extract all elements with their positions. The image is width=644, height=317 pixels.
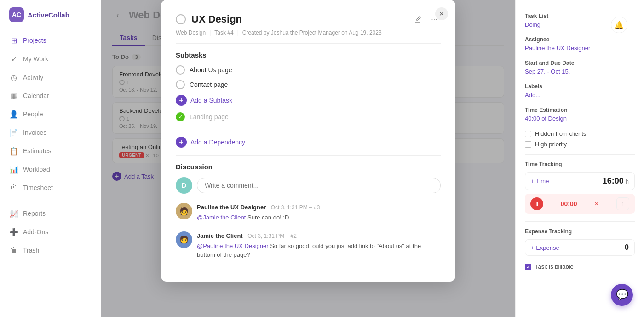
time-tracking-label: Time Tracking xyxy=(525,161,635,167)
sidebar-item-estimates[interactable]: 📋 Estimates xyxy=(0,142,101,160)
timer-clear-button[interactable]: ✕ xyxy=(594,201,599,207)
section-divider xyxy=(176,129,441,129)
breadcrumb-project: Web Design xyxy=(176,29,206,36)
labels-label: Labels xyxy=(525,83,635,90)
discussion-section: Discussion D 🧑 Pauline the UX Designer O… xyxy=(176,163,441,259)
commenter-3-avatar: 🧑 xyxy=(176,203,192,219)
task-status-circle[interactable] xyxy=(176,14,186,24)
panel-divider xyxy=(525,154,635,155)
sidebar-item-timesheet[interactable]: ⏱ Timesheet xyxy=(0,179,101,197)
time-hours-value: 16:00 xyxy=(603,176,624,185)
date-label: Start and Due Date xyxy=(525,60,635,66)
add-dependency-button[interactable]: + Add a Dependency xyxy=(176,137,441,148)
trash-icon: 🗑 xyxy=(9,246,18,255)
time-hours-display: 16:00 h xyxy=(603,176,629,186)
expense-section: Expense Tracking + Expense 0 xyxy=(525,228,635,256)
upload-button[interactable]: ↑ xyxy=(616,197,629,210)
timer-display: 00:00 xyxy=(561,200,577,207)
pause-button[interactable]: ⏸ xyxy=(530,197,543,210)
main-area: ‹ Web Des... Tasks Discussions A... To D… xyxy=(101,0,515,317)
assignee-label: Assignee xyxy=(525,36,635,43)
modal-title-row: UX Design ··· xyxy=(176,13,441,26)
comment-3-time: Oct 3, 1:31 PM – #3 xyxy=(271,204,320,211)
time-estimation-label: Time Estimation xyxy=(525,107,635,113)
sidebar-item-reports[interactable]: 📈 Reports xyxy=(0,204,101,223)
priority-label: High priority xyxy=(535,141,567,148)
sidebar-label-calendar: Calendar xyxy=(23,92,49,99)
comment-2: 🧑 Jamie the Client Oct 3, 1:31 PM – #2 @… xyxy=(176,231,441,259)
sidebar-item-workload[interactable]: 📊 Workload xyxy=(0,160,101,179)
sidebar-label-projects: Projects xyxy=(23,37,46,44)
commenter-2-avatar: 🧑 xyxy=(176,231,192,248)
comment-3-body: Pauline the UX Designer Oct 3, 1:31 PM –… xyxy=(197,203,441,222)
labels-value[interactable]: Add... xyxy=(525,92,635,98)
notification-bell-button[interactable]: 🔔 xyxy=(611,17,627,33)
estimates-icon: 📋 xyxy=(9,146,18,156)
add-subtask-button[interactable]: + Add a Subtask xyxy=(176,95,441,106)
hidden-checkbox[interactable] xyxy=(525,131,531,137)
sidebar-item-people[interactable]: 👤 People xyxy=(0,105,101,123)
add-time-button[interactable]: + Time xyxy=(531,178,549,184)
high-priority-row: High priority xyxy=(525,141,635,148)
sidebar-label-trash: Trash xyxy=(23,247,39,254)
modal-close-button[interactable]: ✕ xyxy=(435,7,448,20)
comment-3-text: @Jamie the Client Sure can do! :D xyxy=(197,213,441,222)
subtask-1-label: About Us page xyxy=(190,66,232,74)
add-ons-icon: ➕ xyxy=(9,227,18,236)
comment-2-mention: @Pauline the UX Designer xyxy=(197,242,269,249)
subtasks-section-title: Subtasks xyxy=(176,51,441,59)
sidebar-label-activity: Activity xyxy=(23,74,43,81)
comment-2-author: Jamie the Client xyxy=(197,232,243,239)
sidebar-item-add-ons[interactable]: ➕ Add-Ons xyxy=(0,223,101,241)
add-dependency-icon: + xyxy=(176,137,187,148)
comment-input[interactable] xyxy=(197,178,441,193)
subtask-2-circle[interactable] xyxy=(176,80,185,89)
assignee-value[interactable]: Pauline the UX Designer xyxy=(525,45,635,52)
panel-divider-2 xyxy=(525,221,635,222)
timer-row: ⏸ 00:00 ✕ ↑ xyxy=(525,194,635,214)
modal-overlay: ✕ UX Design ··· Web Design | Tas xyxy=(101,0,515,317)
modal-meta: Web Design | Task #4 | Created by Joshua… xyxy=(176,29,441,44)
sidebar-item-calendar[interactable]: ▦ Calendar xyxy=(0,86,101,105)
subtask-1-circle[interactable] xyxy=(176,65,185,75)
sidebar-item-trash[interactable]: 🗑 Trash xyxy=(0,241,101,259)
sidebar-label-people: People xyxy=(23,110,43,118)
comment-3-body-text: Sure can do! :D xyxy=(247,214,289,221)
priority-checkbox[interactable] xyxy=(525,141,531,148)
sidebar-label-estimates: Estimates xyxy=(23,147,51,155)
expense-value: 0 xyxy=(625,243,629,252)
invoices-icon: 📄 xyxy=(9,128,18,137)
task-modal: ✕ UX Design ··· Web Design | Tas xyxy=(161,0,455,282)
sidebar-label-add-ons: Add-Ons xyxy=(23,228,48,236)
time-tracking-section: Time Tracking + Time 16:00 h ⏸ 00:00 ✕ ↑ xyxy=(525,161,635,214)
my-work-icon: ✓ xyxy=(9,54,18,63)
add-subtask-icon: + xyxy=(176,95,187,106)
sidebar-item-my-work[interactable]: ✓ My Work xyxy=(0,50,101,68)
subtask-3-circle[interactable]: ✓ xyxy=(176,112,185,121)
billable-checkbox[interactable] xyxy=(525,264,531,270)
subtask-1: About Us page xyxy=(176,65,441,75)
sidebar-logo: AC ActiveCollab xyxy=(0,7,101,31)
modal-title: UX Design xyxy=(191,13,242,25)
comment-3-mention: @Jamie the Client xyxy=(197,214,246,221)
billable-label: Task is billable xyxy=(535,263,574,270)
sidebar-item-projects[interactable]: ⊞ Projects xyxy=(0,31,101,50)
subtask-3-label: Landing page xyxy=(190,113,229,121)
chat-fab-button[interactable]: 💬 xyxy=(611,284,633,306)
date-value[interactable]: Sep 27. - Oct 15. xyxy=(525,68,635,75)
sidebar-item-invoices[interactable]: 📄 Invoices xyxy=(0,123,101,142)
edit-button[interactable] xyxy=(411,13,424,26)
add-expense-button[interactable]: + Expense xyxy=(531,244,559,251)
sidebar: AC ActiveCollab ⊞ Projects ✓ My Work ◷ A… xyxy=(0,0,101,317)
hidden-from-clients-row: Hidden from clients xyxy=(525,130,635,137)
time-add-row: + Time 16:00 h xyxy=(525,172,635,190)
comment-2-body: Jamie the Client Oct 3, 1:31 PM – #2 @Pa… xyxy=(197,231,441,259)
projects-icon: ⊞ xyxy=(9,36,18,45)
check-icon xyxy=(526,265,530,269)
comment-2-text: @Pauline the UX Designer So far so good.… xyxy=(197,242,441,259)
labels-section: Labels Add... xyxy=(525,83,635,98)
sidebar-label-workload: Workload xyxy=(23,166,50,173)
sidebar-item-activity[interactable]: ◷ Activity xyxy=(0,68,101,86)
subtask-3: ✓ Landing page xyxy=(176,112,441,121)
time-estimation-value[interactable]: 40:00 of Design xyxy=(525,115,635,122)
